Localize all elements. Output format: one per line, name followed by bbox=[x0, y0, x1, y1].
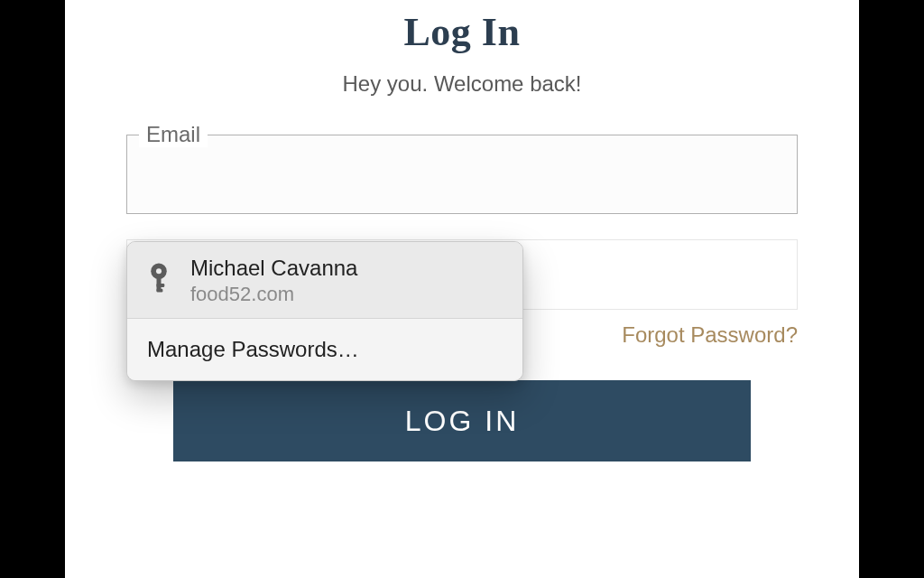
svg-rect-4 bbox=[157, 288, 163, 292]
password-manager-popover: Michael Cavanna food52.com Manage Passwo… bbox=[126, 241, 523, 381]
svg-point-1 bbox=[156, 268, 162, 274]
login-page: Log In Hey you. Welcome back! Email Forg… bbox=[65, 0, 859, 578]
email-field-wrap: Email bbox=[126, 135, 798, 214]
page-title: Log In bbox=[65, 9, 859, 55]
key-icon bbox=[145, 262, 176, 300]
password-suggestion-text: Michael Cavanna food52.com bbox=[190, 255, 357, 307]
suggestion-site: food52.com bbox=[190, 282, 357, 307]
password-suggestion-row[interactable]: Michael Cavanna food52.com bbox=[127, 242, 522, 319]
svg-rect-3 bbox=[157, 284, 165, 287]
email-input[interactable] bbox=[126, 135, 798, 214]
email-label: Email bbox=[139, 122, 208, 147]
manage-passwords-row[interactable]: Manage Passwords… bbox=[127, 319, 522, 380]
suggestion-name: Michael Cavanna bbox=[190, 255, 357, 282]
page-subtitle: Hey you. Welcome back! bbox=[65, 71, 859, 97]
login-button[interactable]: LOG IN bbox=[173, 380, 751, 461]
login-form: Email Forgot Password? Michael Cava bbox=[126, 135, 798, 348]
